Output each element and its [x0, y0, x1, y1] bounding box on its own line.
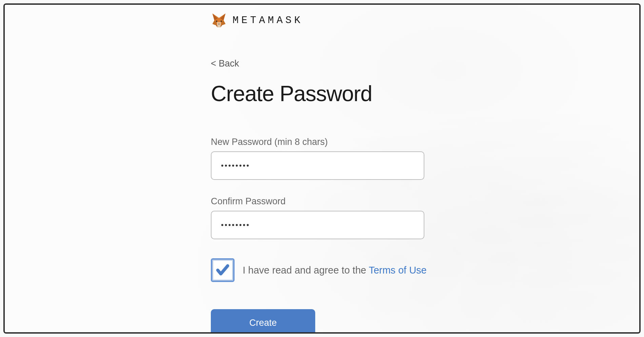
create-button[interactable]: Create: [211, 309, 315, 334]
metamask-fox-icon: [211, 12, 227, 29]
confirm-password-input[interactable]: [211, 211, 424, 239]
page-title: Create Password: [211, 81, 639, 106]
svg-point-8: [216, 20, 217, 22]
app-window: METAMASK < Back Create Password New Pass…: [3, 3, 641, 334]
brand-name: METAMASK: [233, 15, 303, 26]
new-password-group: New Password (min 8 chars): [211, 137, 639, 180]
svg-point-9: [221, 20, 222, 22]
new-password-label: New Password (min 8 chars): [211, 137, 639, 147]
confirm-password-label: Confirm Password: [211, 196, 639, 207]
brand-header: METAMASK: [211, 12, 639, 29]
confirm-password-group: Confirm Password: [211, 196, 639, 239]
back-link[interactable]: < Back: [211, 58, 239, 69]
terms-prefix: I have read and agree to the: [243, 265, 369, 276]
new-password-input[interactable]: [211, 151, 424, 180]
terms-of-use-link[interactable]: Terms of Use: [369, 265, 427, 276]
checkmark-icon: [215, 263, 230, 278]
terms-checkbox[interactable]: [211, 258, 235, 282]
content-container: METAMASK < Back Create Password New Pass…: [5, 5, 639, 334]
terms-text: I have read and agree to the Terms of Us…: [243, 265, 427, 276]
terms-row: I have read and agree to the Terms of Us…: [211, 258, 639, 282]
